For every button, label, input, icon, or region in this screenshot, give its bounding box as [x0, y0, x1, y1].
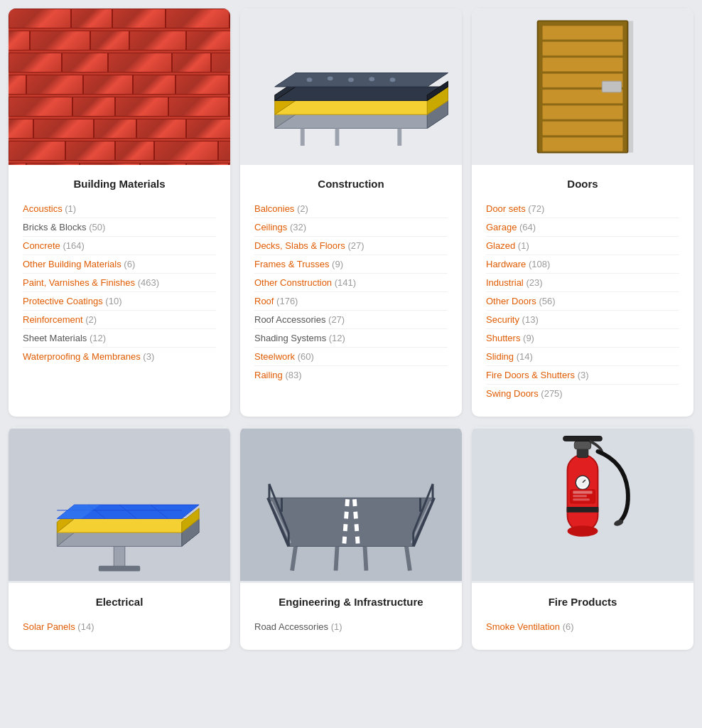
doors-image [472, 9, 693, 165]
construction-title: Construction [254, 178, 448, 190]
list-item: Frames & Trusses (9) [254, 255, 448, 274]
engineering-image [240, 427, 462, 583]
list-item: Bricks & Blocks (50) [23, 218, 216, 237]
building-materials-body: Building Materials Acoustics (1) Bricks … [9, 165, 230, 417]
list-item: Garage (64) [486, 218, 679, 237]
card-electrical: Electrical Solar Panels (14) [9, 427, 230, 650]
svg-rect-22 [542, 42, 622, 56]
engineering-list: Road Accessories (1) [254, 618, 448, 636]
list-item: Concrete (164) [23, 237, 216, 255]
electrical-title: Electrical [23, 596, 216, 608]
list-item: Road Accessories (1) [254, 618, 448, 636]
card-building-materials: Building Materials Acoustics (1) Bricks … [9, 9, 230, 417]
electrical-body: Electrical Solar Panels (14) [9, 583, 230, 650]
list-item: Hardware (108) [486, 255, 679, 274]
svg-rect-26 [542, 105, 622, 119]
list-item: Waterproofing & Membranes (3) [23, 348, 216, 365]
electrical-svg [9, 427, 230, 583]
list-item: Reinforcement (2) [23, 311, 216, 329]
svg-point-15 [390, 77, 396, 82]
list-item: Fire Doors & Shutters (3) [486, 366, 679, 385]
svg-marker-47 [268, 498, 434, 546]
list-item: Smoke Ventilation (6) [486, 618, 679, 636]
list-item: Glazed (1) [486, 237, 679, 255]
list-item: Other Construction (141) [254, 274, 448, 292]
list-item: Paint, Varnishes & Finishes (463) [23, 274, 216, 292]
fire-list: Smoke Ventilation (6) [486, 618, 679, 636]
list-item: Sheet Materials (12) [23, 329, 216, 348]
svg-rect-21 [542, 26, 622, 40]
svg-point-11 [307, 77, 313, 82]
fire-title: Fire Products [486, 596, 679, 608]
list-item: Steelwork (60) [254, 348, 448, 366]
list-item: Security (13) [486, 311, 679, 329]
list-item: Industrial (23) [486, 274, 679, 292]
svg-rect-28 [542, 137, 622, 151]
list-item: Shading Systems (12) [254, 329, 448, 348]
svg-rect-27 [542, 122, 622, 136]
list-item: Roof (176) [254, 292, 448, 311]
building-materials-title: Building Materials [23, 178, 216, 190]
list-item: Acoustics (1) [23, 200, 216, 218]
svg-rect-72 [563, 436, 603, 441]
svg-marker-4 [275, 101, 448, 115]
engineering-title: Engineering & Infrastructure [254, 596, 448, 608]
engineering-svg [240, 427, 462, 583]
doors-body: Doors Door sets (72) Garage (64) Glazed … [472, 165, 693, 417]
svg-point-14 [369, 77, 374, 81]
category-grid: Building Materials Acoustics (1) Bricks … [9, 9, 693, 650]
list-item: Protective Coatings (10) [23, 292, 216, 311]
building-materials-image [9, 9, 230, 165]
construction-list: Balconies (2) Ceilings (32) Decks, Slabs… [254, 200, 448, 384]
card-doors: Doors Door sets (72) Garage (64) Glazed … [472, 9, 693, 417]
list-item: Railing (83) [254, 366, 448, 384]
electrical-image [9, 427, 230, 583]
doors-title: Doors [486, 178, 679, 190]
svg-marker-1 [275, 114, 448, 129]
doors-list: Door sets (72) Garage (64) Glazed (1) Ha… [486, 200, 679, 402]
svg-point-12 [328, 76, 333, 80]
construction-svg [240, 9, 462, 165]
list-item: Roof Accessories (27) [254, 311, 448, 329]
svg-point-68 [568, 525, 598, 537]
doors-svg [472, 9, 693, 165]
svg-rect-71 [574, 441, 590, 449]
svg-marker-35 [57, 519, 199, 533]
fire-svg [472, 427, 693, 583]
list-item: Solar Panels (14) [23, 618, 216, 636]
svg-rect-79 [573, 495, 587, 497]
list-item: Balconies (2) [254, 200, 448, 218]
svg-rect-80 [573, 498, 589, 500]
fire-image [472, 427, 693, 583]
svg-line-64 [336, 547, 338, 571]
svg-rect-29 [602, 81, 621, 92]
list-item: Door sets (72) [486, 200, 679, 218]
list-item: Other Building Materials (6) [23, 255, 216, 274]
svg-marker-10 [275, 73, 448, 87]
engineering-body: Engineering & Infrastructure Road Access… [240, 583, 462, 650]
svg-rect-78 [573, 491, 592, 494]
card-construction: Construction Balconies (2) Ceilings (32)… [240, 9, 462, 417]
building-materials-list: Acoustics (1) Bricks & Blocks (50) Concr… [23, 200, 216, 365]
svg-rect-69 [567, 507, 599, 513]
svg-point-13 [348, 77, 354, 82]
card-fire: Fire Products Smoke Ventilation (6) [472, 427, 693, 650]
svg-marker-7 [275, 87, 448, 101]
svg-rect-23 [542, 58, 622, 72]
list-item: Decks, Slabs & Floors (27) [254, 237, 448, 255]
svg-line-65 [365, 547, 367, 571]
construction-body: Construction Balconies (2) Ceilings (32)… [240, 165, 462, 417]
list-item: Sliding (14) [486, 348, 679, 366]
svg-rect-45 [99, 566, 141, 572]
list-item: Shutters (9) [486, 329, 679, 348]
fire-body: Fire Products Smoke Ventilation (6) [472, 583, 693, 650]
electrical-list: Solar Panels (14) [23, 618, 216, 636]
svg-rect-30 [627, 21, 633, 152]
svg-rect-44 [114, 547, 125, 567]
svg-marker-32 [57, 532, 199, 547]
construction-image [240, 9, 462, 165]
list-item: Ceilings (32) [254, 218, 448, 237]
list-item: Swing Doors (275) [486, 385, 679, 402]
list-item: Other Doors (56) [486, 292, 679, 311]
card-engineering: Engineering & Infrastructure Road Access… [240, 427, 462, 650]
